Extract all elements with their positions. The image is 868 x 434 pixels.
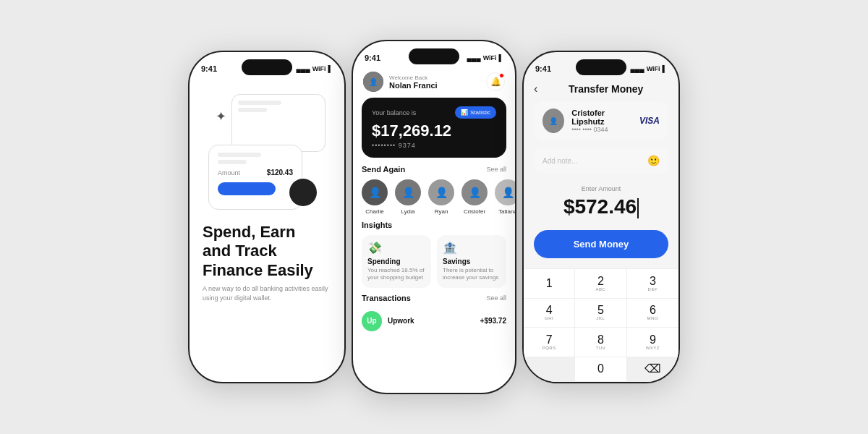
stat-label: Statistic [470, 109, 490, 116]
key-8[interactable]: 8 TUV [575, 328, 626, 357]
key-empty [524, 357, 575, 383]
amount-display: $572.46 [524, 195, 678, 218]
card-line-1 [238, 101, 281, 105]
contact-avatar-lydia: 👤 [395, 179, 421, 205]
status-icons-2: ▄▄▄ WiFi ▌ [467, 54, 503, 61]
avatar-img: 👤 [363, 72, 383, 92]
transactions-section: Transactions See all Up Upwork +$93.72 [353, 294, 515, 334]
statistic-button[interactable]: 📊 Statistic [455, 106, 496, 119]
spending-title: Spending [367, 258, 425, 265]
spark-icon: ✦ [216, 109, 226, 124]
masked-card: •••••••• 9374 [372, 142, 496, 149]
note-placeholder: Add note... [542, 157, 577, 165]
phone1-body: Amount $120.43 ✦ Spend, Earn and Track F… [190, 80, 344, 382]
contact-tatiana[interactable]: 👤 Tatiana [495, 179, 515, 215]
key-7[interactable]: 7 PQRS [524, 328, 575, 357]
signal-icon-3: ▄▄▄ [631, 65, 644, 72]
signal-icon-2: ▄▄▄ [467, 54, 481, 61]
main-card-line-2 [218, 160, 247, 164]
contact-ryan[interactable]: 👤 Ryan [428, 179, 454, 215]
amount-row: Amount $120.43 [218, 169, 293, 176]
contacts-list: 👤 Charlie 👤 Lydia 👤 Ryan [362, 179, 506, 215]
balance-top: Your balance is 📊 Statistic [372, 106, 496, 119]
p1-subtext: A new way to do all banking activities e… [203, 284, 331, 302]
key-6[interactable]: 6 MNO [627, 299, 678, 328]
contact-cristofer[interactable]: 👤 Cristofer [461, 179, 488, 215]
phone-1: 9:41 ▄▄▄ WiFi ▌ [188, 51, 346, 383]
circle-decoration [289, 179, 317, 206]
key-backspace[interactable]: ⌫ [627, 357, 678, 383]
card-line-2 [238, 108, 267, 112]
contact-name-ryan: Ryan [435, 208, 448, 215]
key-3[interactable]: 3 DEF [627, 269, 678, 299]
p2-user-row: 👤 Welcome Back Nolan Franci [363, 72, 438, 92]
card-area: Amount $120.43 ✦ [201, 87, 333, 217]
signal-icon: ▄▄▄ [297, 65, 310, 72]
spending-icon: 💸 [367, 241, 425, 255]
key-0[interactable]: 0 [575, 357, 626, 383]
recipient-avatar: 👤 [542, 109, 564, 133]
tx-see-all[interactable]: See all [486, 294, 506, 302]
contact-name-charlie: Charlie [365, 208, 383, 215]
tx-header: Transactions See all [362, 294, 506, 302]
insights-header: Insights [362, 221, 506, 229]
main-card-line-1 [218, 153, 261, 157]
tx-amount: +$93.72 [480, 317, 506, 325]
insights-section: Insights 💸 Spending You reached 18.5% of… [353, 221, 515, 288]
time-3: 9:41 [535, 64, 551, 73]
dynamic-island-3 [576, 59, 626, 75]
cursor [637, 198, 639, 218]
key-2[interactable]: 2 ABC [575, 269, 626, 299]
numpad: 1 2 ABC 3 DEF 4 GHI [524, 268, 678, 382]
contact-name-tatiana: Tatiana [498, 208, 515, 215]
contact-avatar-tatiana: 👤 [495, 179, 515, 205]
phone-3: 9:41 ▄▄▄ WiFi ▌ ‹ Transfer Money [522, 51, 680, 383]
contact-avatar-charlie: 👤 [362, 179, 388, 205]
spending-text: You reached 18.5% of your shopping budge… [367, 267, 425, 282]
key-5[interactable]: 5 JKL [575, 299, 626, 328]
see-all-link[interactable]: See all [486, 166, 506, 173]
dynamic-island-1 [242, 59, 292, 75]
recipient-info: Cristofer Lipshutz •••• •••• 0344 [571, 109, 632, 133]
insights-title: Insights [362, 221, 392, 229]
recipient-name: Cristofer Lipshutz [571, 109, 632, 126]
p1-text-section: Spend, Earn and Track Finance Easily A n… [201, 223, 333, 302]
battery-icon: ▌ [328, 65, 333, 72]
note-field[interactable]: Add note... 🙂 [534, 148, 668, 174]
contact-lydia[interactable]: 👤 Lydia [395, 179, 421, 215]
battery-icon-3: ▌ [663, 65, 667, 72]
tx-upwork: Up Upwork +$93.72 [362, 308, 506, 334]
notification-bell[interactable]: 🔔 [486, 72, 505, 91]
upwork-icon: Up [362, 311, 382, 331]
status-icons-1: ▄▄▄ WiFi ▌ [297, 65, 333, 72]
send-money-button[interactable]: Send Money [534, 230, 668, 258]
time-1: 9:41 [201, 64, 217, 73]
contact-charlie[interactable]: 👤 Charlie [362, 179, 388, 215]
transfer-title: Transfer Money [543, 83, 668, 95]
insight-spending: 💸 Spending You reached 18.5% of your sho… [362, 235, 431, 288]
welcome-text: Welcome Back [389, 75, 438, 81]
wifi-icon-3: WiFi [647, 65, 660, 72]
notification-dot [499, 73, 504, 78]
phone3-body: ‹ Transfer Money 👤 Cristofer Lipshutz ••… [524, 80, 678, 382]
key-9[interactable]: 9 WXYZ [627, 328, 678, 357]
recipient-card-num: •••• •••• 0344 [571, 126, 632, 133]
contact-avatar-cristofer: 👤 [461, 179, 488, 205]
contact-avatar-ryan: 👤 [428, 179, 454, 205]
dynamic-island-2 [409, 48, 459, 64]
user-name: Nolan Franci [389, 81, 438, 90]
status-icons-3: ▄▄▄ WiFi ▌ [631, 65, 667, 72]
insight-savings: 🏦 Savings There is potential to increase… [437, 235, 506, 288]
card-button [218, 182, 276, 195]
bg-card [231, 94, 326, 152]
key-4[interactable]: 4 GHI [524, 299, 575, 328]
key-1[interactable]: 1 [524, 269, 575, 299]
user-avatar-2: 👤 [363, 72, 383, 92]
back-button[interactable]: ‹ [534, 82, 537, 95]
phone-2: 9:41 ▄▄▄ WiFi ▌ 👤 [352, 40, 516, 394]
savings-title: Savings [443, 258, 501, 265]
battery-icon-2: ▌ [499, 54, 503, 61]
balance-label: Your balance is [372, 109, 416, 116]
amount-label: Amount [218, 169, 240, 176]
recipient-avatar-img: 👤 [542, 109, 564, 133]
